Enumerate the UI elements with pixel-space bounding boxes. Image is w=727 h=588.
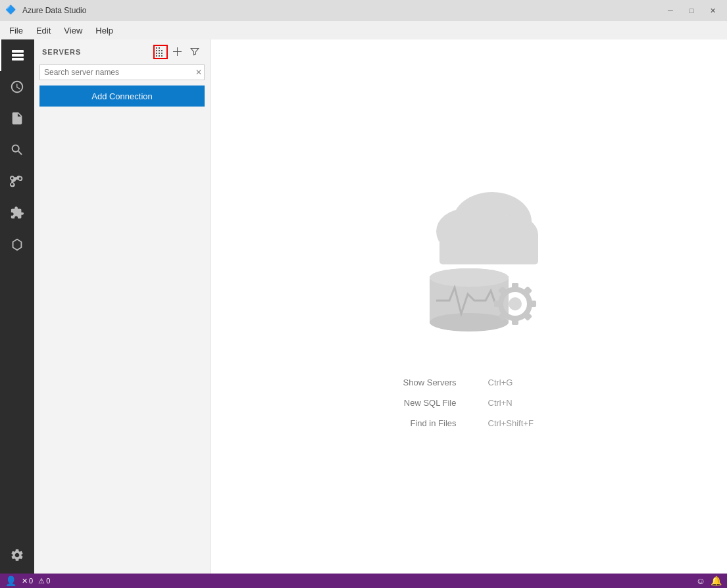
sidebar-item-new-file[interactable] xyxy=(0,103,34,134)
error-icon: ✕ xyxy=(22,577,28,585)
shortcut-find-in-files-label[interactable]: Find in Files xyxy=(391,418,457,428)
window-controls: ─ □ ✕ xyxy=(661,4,722,17)
sidebar-item-source-control[interactable] xyxy=(0,166,34,197)
maximize-button[interactable]: □ xyxy=(682,4,701,17)
shortcut-new-sql-file: New SQL File Ctrl+N xyxy=(391,398,547,408)
filter-header-icon[interactable] xyxy=(188,45,202,59)
svg-rect-1 xyxy=(12,54,24,57)
menu-file[interactable]: File xyxy=(3,23,30,38)
shortcut-show-servers-label[interactable]: Show Servers xyxy=(391,378,457,387)
svg-rect-2 xyxy=(12,58,24,61)
shortcut-find-in-files-key: Ctrl+Shift+F xyxy=(488,418,547,428)
error-count: ✕ 0 xyxy=(22,577,33,585)
menu-edit[interactable]: Edit xyxy=(30,23,57,38)
minimize-button[interactable]: ─ xyxy=(661,4,680,17)
smiley-icon[interactable]: ☺ xyxy=(696,576,705,586)
sidebar-item-deploy[interactable] xyxy=(0,229,34,260)
sidebar: SERVERS ✕ Add Connection xyxy=(34,39,211,574)
status-right: ☺ 🔔 xyxy=(696,576,722,586)
svg-point-10 xyxy=(430,268,509,287)
account-icon[interactable]: 👤 xyxy=(5,576,16,586)
app-icon: 🔷 xyxy=(5,5,17,16)
svg-rect-0 xyxy=(12,50,24,53)
shortcut-find-in-files: Find in Files Ctrl+Shift+F xyxy=(391,418,547,428)
sidebar-item-servers[interactable] xyxy=(0,39,34,71)
sidebar-title: SERVERS xyxy=(42,48,151,56)
svg-point-9 xyxy=(430,313,509,331)
svg-rect-14 xyxy=(512,317,518,325)
activity-bar xyxy=(0,39,34,574)
search-input[interactable] xyxy=(39,64,205,80)
app-title: Azure Data Studio xyxy=(22,6,661,15)
menu-help[interactable]: Help xyxy=(89,23,120,38)
sidebar-item-extensions[interactable] xyxy=(0,197,34,229)
svg-rect-13 xyxy=(512,283,518,291)
new-connection-header-icon[interactable] xyxy=(153,45,168,59)
warning-icon: ⚠ xyxy=(38,577,45,585)
shortcut-new-sql-file-key: Ctrl+N xyxy=(488,398,547,408)
search-bar: ✕ xyxy=(39,64,205,80)
svg-rect-16 xyxy=(494,301,502,307)
sidebar-item-search[interactable] xyxy=(0,134,34,166)
svg-point-12 xyxy=(509,297,522,310)
svg-rect-15 xyxy=(528,301,536,307)
main-content: Show Servers Ctrl+G New SQL File Ctrl+N … xyxy=(211,39,727,574)
main-layout: SERVERS ✕ Add Connection xyxy=(0,39,727,574)
shortcuts-list: Show Servers Ctrl+G New SQL File Ctrl+N … xyxy=(391,378,547,428)
add-connection-button[interactable]: Add Connection xyxy=(39,86,205,107)
close-button[interactable]: ✕ xyxy=(703,4,722,17)
status-bar: 👤 ✕ 0 ⚠ 0 ☺ 🔔 xyxy=(0,574,727,588)
sidebar-item-settings[interactable] xyxy=(0,539,34,571)
shortcut-new-sql-file-label[interactable]: New SQL File xyxy=(391,398,457,408)
warning-count: ⚠ 0 xyxy=(38,577,50,585)
bell-icon[interactable]: 🔔 xyxy=(711,576,722,586)
add-server-header-icon[interactable] xyxy=(170,45,185,59)
sidebar-header: SERVERS xyxy=(34,39,210,62)
menu-bar: File Edit View Help xyxy=(0,21,727,39)
status-left: 👤 ✕ 0 ⚠ 0 xyxy=(5,576,50,586)
shortcut-show-servers: Show Servers Ctrl+G xyxy=(391,378,547,387)
menu-view[interactable]: View xyxy=(57,23,89,38)
search-clear-icon[interactable]: ✕ xyxy=(195,68,202,77)
welcome-illustration xyxy=(370,172,568,356)
svg-rect-6 xyxy=(439,232,538,264)
welcome-graphic: Show Servers Ctrl+G New SQL File Ctrl+N … xyxy=(370,172,568,428)
sidebar-item-history[interactable] xyxy=(0,71,34,103)
title-bar: 🔷 Azure Data Studio ─ □ ✕ xyxy=(0,0,727,21)
shortcut-show-servers-key: Ctrl+G xyxy=(488,378,547,387)
